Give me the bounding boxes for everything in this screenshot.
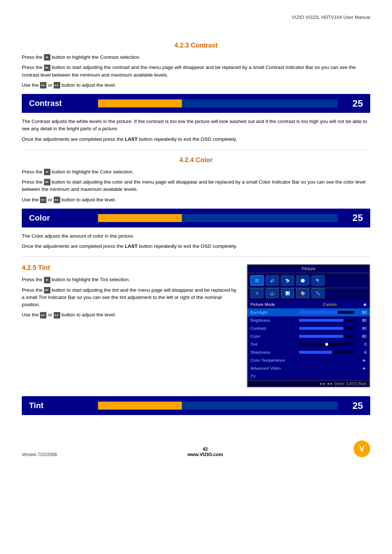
tv-row-sharpness: Sharpness 6 <box>248 348 369 356</box>
tv-icon2-5: 🔧 <box>311 288 324 298</box>
tint-para1: Press the button to highlight the Tint s… <box>22 276 238 283</box>
contrast-para1: Press the button to highlight the Contra… <box>22 54 370 61</box>
sharpness-bar-fill <box>299 351 332 354</box>
tint-para3: Use the or button to adjust the level. <box>22 311 238 319</box>
version-text: Version 7/22/2008 <box>22 452 57 457</box>
page-footer: Version 7/22/2008 42 www.VIZIO.com V <box>22 437 370 457</box>
down-arrow-icon-c <box>44 169 50 175</box>
color-para3: Use the or button to adjust the level. <box>22 196 370 204</box>
sharpness-value: 6 <box>356 350 367 354</box>
backlight-bar <box>299 311 354 314</box>
tint-menu-label: Tint <box>250 342 298 346</box>
tv-label: TV <box>250 374 298 378</box>
footer-controls: ◄►◄► Select [LAST] Back <box>319 382 367 386</box>
color-desc1: The Color adjusts the amount of color in… <box>22 233 370 240</box>
color-para1: Press the button to highlight the Color … <box>22 168 370 176</box>
tv-row-brightness: Brightness 80 <box>248 316 369 324</box>
color-para2: Press the button to start adjusting the … <box>22 178 370 193</box>
brightness-bar-fill <box>299 319 343 322</box>
contrast-para3: Use the or button to adjust the level. <box>22 82 370 89</box>
color-section-title: 4.2.4 Color <box>22 156 370 164</box>
tv-icon2-4: 🎨 <box>296 288 309 298</box>
tint-bar-label: Tint <box>29 401 87 410</box>
color-bar-label: Color <box>29 213 87 223</box>
tv-icon2-3: 📊 <box>281 288 294 298</box>
tv-icon-time: 🕐 <box>296 275 309 286</box>
left-right-icon2 <box>54 82 60 89</box>
color-menu-bar-fill <box>299 335 343 338</box>
color-bar-value: 25 <box>348 212 363 223</box>
contrast-bar-fill <box>98 99 182 107</box>
tv-row-tint-menu: Tint 0 <box>248 340 369 348</box>
contrast-desc2: Once the adjustments are completed press… <box>22 136 370 143</box>
contrast-menu-label: Contrast <box>250 326 298 331</box>
tv-row-advanced-video: Advanced Video ► <box>248 364 369 372</box>
vizio-logo: V <box>354 440 370 457</box>
tint-bar-track <box>98 402 338 410</box>
lr-icon-t <box>40 312 46 319</box>
contrast-menu-bar <box>299 327 354 330</box>
tv-menu-col: Picture 🖼 🔊 📡 🕐 🔍 ⚙ 📺 📊 🎨 🔧 <box>247 264 370 387</box>
tv-icon-setup: 🔍 <box>311 275 324 286</box>
tv-menu-footer: ◄►◄► Select [LAST] Back <box>248 380 369 387</box>
tint-para2: Press the button to start adjusting the … <box>22 287 238 309</box>
advanced-video-label: Advanced Video <box>250 366 298 370</box>
color-temp-arrow: ► <box>362 358 367 363</box>
color-menu-label: Color <box>250 334 298 338</box>
manual-title: VIZIO VO22L HDTV10A User Manual <box>292 15 370 20</box>
tv-row-contrast-menu: Contrast 80 <box>248 324 369 332</box>
contrast-bar-track <box>98 99 338 107</box>
tv-icon-channel: 📡 <box>281 275 294 286</box>
advanced-video-arrow: ► <box>362 366 367 371</box>
tv-row-backlight: Backlight 50 <box>248 308 369 316</box>
backlight-label: Backlight <box>250 310 298 315</box>
backlight-bar-fill <box>299 311 338 314</box>
tint-section-title: 4.2.5 Tint <box>22 264 238 272</box>
page-number: 42 <box>187 446 223 452</box>
website: www.VIZIO.com <box>187 452 223 457</box>
picture-mode-label: Picture Mode <box>250 302 298 307</box>
contrast-bar-label: Contrast <box>29 99 87 108</box>
lr-icon-c <box>40 197 46 203</box>
color-bar-fill <box>98 214 182 222</box>
tint-text-col: 4.2.5 Tint Press the button to highlight… <box>22 264 238 387</box>
brightness-label: Brightness <box>250 318 298 323</box>
brightness-value: 80 <box>356 318 367 323</box>
tv-icon-audio: 🔊 <box>266 275 279 286</box>
tint-indicator-bar: Tint 25 <box>22 396 370 415</box>
contrast-bar-value: 25 <box>348 98 363 109</box>
footer-center: 42 www.VIZIO.com <box>187 446 223 457</box>
ok-icon-c <box>44 179 50 185</box>
brightness-bar <box>299 319 354 322</box>
tint-menu-bar <box>299 343 354 346</box>
lr-icon-c2 <box>54 197 60 203</box>
footer-version: Version 7/22/2008 <box>22 452 57 457</box>
contrast-menu-value: 80 <box>356 326 367 331</box>
tv-menu-icon-row1: 🖼 🔊 📡 🕐 🔍 <box>248 273 369 288</box>
left-right-icon <box>40 82 46 89</box>
color-indicator-bar: Color 25 <box>22 209 370 227</box>
tint-dot <box>325 343 328 346</box>
color-menu-value: 80 <box>356 334 367 338</box>
contrast-desc1: The Contrast adjusts the white levels in… <box>22 118 370 133</box>
tv-row-tv: TV <box>248 372 369 380</box>
color-bar-track <box>98 214 338 222</box>
ok-icon-t <box>44 287 50 294</box>
tint-section-with-menu: 4.2.5 Tint Press the button to highlight… <box>22 264 370 387</box>
picture-mode-value: Custom <box>298 302 362 307</box>
tv-icon-picture: 🖼 <box>250 275 264 286</box>
tv-menu-icon-row2: ⚙ 📺 📊 🎨 🔧 <box>248 288 369 300</box>
section-color: 4.2.4 Color Press the button to highligh… <box>22 156 370 250</box>
contrast-indicator-bar: Contrast 25 <box>22 94 370 113</box>
logo-letter: V <box>359 444 365 454</box>
picture-mode-arrow: ◆ <box>363 302 367 307</box>
tint-bar-fill <box>98 402 182 410</box>
contrast-para2: Press the button to start adjusting the … <box>22 64 370 79</box>
lr-icon-t2 <box>54 312 60 319</box>
page-container: VIZIO VO22L HDTV10A User Manual 4.2.3 Co… <box>0 0 392 554</box>
divider-1 <box>22 149 370 150</box>
tv-menu: Picture 🖼 🔊 📡 🕐 🔍 ⚙ 📺 📊 🎨 🔧 <box>247 264 370 387</box>
contrast-menu-bar-fill <box>299 327 343 330</box>
down-arrow-icon <box>44 54 50 61</box>
tv-icon2-1: ⚙ <box>250 288 264 298</box>
